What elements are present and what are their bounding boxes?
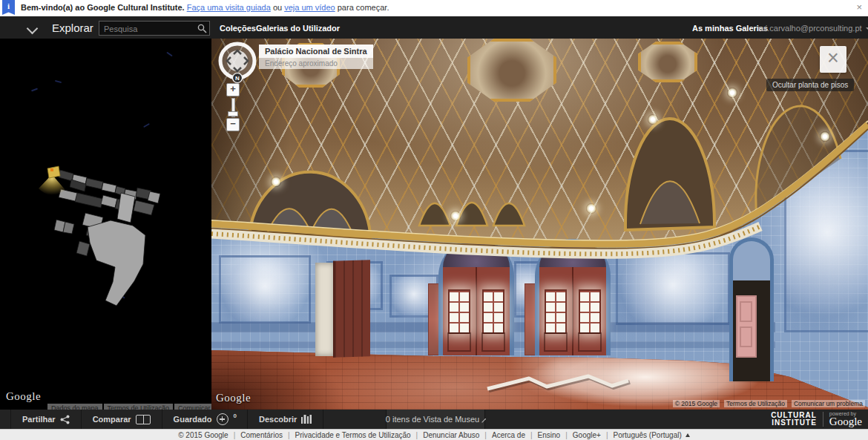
account-menu[interactable]: rui.carvalho@prconsulting.pt <box>758 24 868 33</box>
saved-label: Guardado <box>174 415 212 424</box>
arched-doorway <box>729 237 774 381</box>
top-navbar: Explorar Coleções Galerias do Utilizador… <box>0 16 868 39</box>
tile-mural <box>219 255 311 324</box>
map-terms-link[interactable]: Termos de Utilização <box>104 404 174 410</box>
footer-about-link[interactable]: Acerca de <box>479 431 525 439</box>
search-box <box>99 21 210 36</box>
cultural-institute-brand: CULTURAL INSTITUTE powered by Google <box>771 410 862 429</box>
account-caret-down-icon <box>866 27 868 30</box>
location-infobox: Palácio Nacional de Sintra Endereço apro… <box>259 45 373 69</box>
begin-text: para começar. <box>338 3 389 12</box>
search-icon[interactable] <box>197 24 207 33</box>
chevron-up-icon <box>481 418 486 423</box>
side-doorway <box>315 263 335 356</box>
nav-user-galleries-link[interactable]: Galerias do Utilizador <box>256 24 340 33</box>
share-button[interactable]: Partilhar <box>10 410 82 429</box>
page-footer: © 2015 Google Comentários Privacidade e … <box>0 429 868 440</box>
door-window <box>482 289 504 334</box>
main-content: Google Dados do mapa Termos de Utilizaçã… <box>0 39 868 410</box>
compass-north-label: N <box>235 75 240 82</box>
or-text: ou <box>273 3 282 12</box>
map-data-link[interactable]: Dados do mapa <box>47 404 102 410</box>
tile-mural <box>616 252 730 325</box>
bottom-toolbar: Partilhar Comparar Guardado 0 Descobrir <box>0 410 868 429</box>
ceiling-light <box>648 114 658 125</box>
share-icon <box>60 415 70 424</box>
ceiling-light <box>450 211 461 221</box>
notification-text: Bem-vindo(a) ao Google Cultural Institut… <box>21 3 389 12</box>
nav-collections-link[interactable]: Coleções <box>220 24 256 33</box>
info-icon: i <box>2 0 15 15</box>
language-caret-up-icon <box>685 433 690 437</box>
door-window <box>448 289 470 334</box>
map-mark <box>143 123 150 128</box>
ceiling-painting <box>638 42 697 82</box>
map-mark <box>166 52 173 57</box>
museum-view-panorama[interactable]: N + − Palácio Nacional de Sintra Endereç… <box>211 39 868 410</box>
floorplan-map[interactable] <box>0 154 211 370</box>
pano-report-link[interactable]: Comunicar um problema <box>792 400 865 407</box>
red-double-door <box>535 239 611 355</box>
red-double-door <box>438 239 514 355</box>
google-logo: Google <box>829 416 862 427</box>
door-leaf <box>443 267 476 355</box>
nav-explore-link[interactable]: Explorar <box>52 22 93 34</box>
pano-terms-link[interactable]: Termos de Utilização <box>724 400 787 407</box>
notification-bar: i Bem-vindo(a) ao Google Cultural Instit… <box>0 0 868 16</box>
compare-label: Comparar <box>93 415 131 424</box>
ceiling-painting <box>467 39 556 102</box>
compare-icon <box>136 415 151 424</box>
discover-label: Descobrir <box>259 415 297 424</box>
location-title: Palácio Nacional de Sintra <box>259 45 373 58</box>
footer-language-selector[interactable]: Português (Portugal) <box>601 431 682 439</box>
door-leaf <box>573 267 606 355</box>
footer-education-link[interactable]: Ensino <box>525 431 560 439</box>
guided-tour-link[interactable]: Faça uma visita guiada <box>187 3 271 12</box>
door-arch-tympanum <box>443 243 510 267</box>
footer-googleplus-link[interactable]: Google+ <box>560 431 601 439</box>
floorplan-panel[interactable]: Google Dados do mapa Termos de Utilizaçã… <box>0 39 211 410</box>
footer-feedback-link[interactable]: Comentários <box>228 431 283 439</box>
zoom-out-button[interactable]: − <box>226 118 240 131</box>
saved-plus-icon <box>217 413 228 425</box>
map-google-logo: Google <box>6 390 41 403</box>
map-attribution: Dados do mapa Termos de Utilização Comun… <box>47 404 211 410</box>
map-report-error-link[interactable]: Comunicar um erro no mapa <box>174 404 211 410</box>
watch-video-link[interactable]: veja um vídeo <box>284 3 335 12</box>
map-mark <box>55 80 62 83</box>
zoom-in-button[interactable]: + <box>226 83 240 96</box>
hide-floorplan-button[interactable]: Ocultar planta de pisos <box>766 79 854 91</box>
compare-button[interactable]: Comparar <box>82 410 162 429</box>
ceiling-light <box>586 203 596 214</box>
map-mark <box>31 88 38 92</box>
museum-view-items-toggle[interactable]: 0 itens de Vista de Museu <box>386 410 485 429</box>
pano-compass-control[interactable]: N <box>217 41 257 87</box>
brand-line2: INSTITUTE <box>771 419 817 427</box>
open-door <box>333 260 370 358</box>
discover-icon <box>301 415 312 424</box>
pano-close-button[interactable]: × <box>820 46 846 73</box>
zoom-slider-handle[interactable] <box>228 111 238 116</box>
nav-chevron-down-icon[interactable] <box>27 23 39 35</box>
brand-divider <box>823 412 823 427</box>
footer-copyright: © 2015 Google <box>178 431 228 439</box>
pink-door <box>736 295 757 358</box>
nav-my-galleries-link[interactable]: As minhas Galerias <box>692 24 768 33</box>
location-subtitle: Endereço aproximado <box>259 58 373 69</box>
door-leaf <box>539 267 573 355</box>
search-input[interactable] <box>102 22 194 35</box>
pano-copyright: © 2015 Google <box>673 400 720 407</box>
current-room-highlight <box>47 166 60 178</box>
app-window: i Bem-vindo(a) ao Google Cultural Instit… <box>0 0 868 440</box>
discover-button[interactable]: Descobrir <box>248 410 323 429</box>
share-label: Partilhar <box>22 415 56 424</box>
account-email: rui.carvalho@prconsulting.pt <box>758 24 862 33</box>
notification-close-icon[interactable]: × <box>856 2 862 13</box>
ceiling-light <box>820 131 830 142</box>
footer-report-abuse-link[interactable]: Denunciar Abuso <box>411 431 480 439</box>
ceiling-light <box>727 88 737 98</box>
position-marker <box>50 168 53 171</box>
door-window <box>579 289 601 334</box>
footer-privacy-terms-link[interactable]: Privacidade e Termos de Utilização <box>283 431 411 439</box>
saved-button[interactable]: Guardado 0 <box>162 410 248 429</box>
